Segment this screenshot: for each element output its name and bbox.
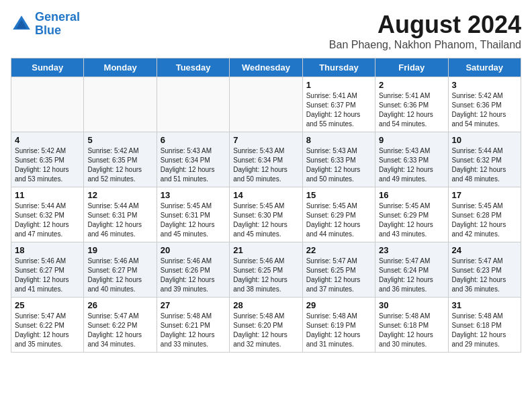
day-info: Sunrise: 5:42 AM Sunset: 6:36 PM Dayligh… (452, 91, 517, 129)
title-area: August 2024 Ban Phaeng, Nakhon Phanom, T… (329, 11, 521, 51)
day-number: 6 (161, 135, 226, 145)
calendar-cell (230, 77, 302, 132)
logo: General Blue (11, 11, 80, 38)
logo-icon (11, 13, 32, 35)
day-info: Sunrise: 5:41 AM Sunset: 6:37 PM Dayligh… (306, 91, 371, 129)
weekday-header-thursday: Thursday (302, 58, 375, 77)
weekday-header-monday: Monday (84, 58, 157, 77)
day-info: Sunrise: 5:47 AM Sunset: 6:25 PM Dayligh… (306, 257, 371, 294)
day-number: 24 (452, 245, 517, 255)
calendar-cell (11, 77, 84, 132)
calendar-cell: 8Sunrise: 5:43 AM Sunset: 6:33 PM Daylig… (302, 132, 375, 187)
day-number: 31 (452, 300, 517, 310)
day-number: 23 (379, 245, 444, 255)
day-number: 20 (161, 245, 226, 255)
weekday-header-sunday: Sunday (11, 58, 84, 77)
weekday-header-wednesday: Wednesday (230, 58, 302, 77)
calendar-cell: 19Sunrise: 5:46 AM Sunset: 6:27 PM Dayli… (84, 242, 157, 298)
day-number: 12 (87, 190, 152, 200)
weekday-header-row: SundayMondayTuesdayWednesdayThursdayFrid… (11, 58, 521, 77)
day-number: 7 (233, 135, 298, 145)
calendar-cell: 6Sunrise: 5:43 AM Sunset: 6:34 PM Daylig… (157, 132, 229, 187)
day-number: 1 (306, 80, 371, 90)
day-number: 21 (233, 245, 298, 255)
day-info: Sunrise: 5:43 AM Sunset: 6:34 PM Dayligh… (161, 146, 226, 184)
day-info: Sunrise: 5:45 AM Sunset: 6:31 PM Dayligh… (161, 201, 226, 239)
day-info: Sunrise: 5:47 AM Sunset: 6:24 PM Dayligh… (379, 257, 444, 294)
day-number: 8 (306, 135, 371, 145)
week-row-4: 18Sunrise: 5:46 AM Sunset: 6:27 PM Dayli… (11, 242, 521, 298)
weekday-header-tuesday: Tuesday (157, 58, 229, 77)
day-number: 17 (452, 190, 517, 200)
calendar-cell: 31Sunrise: 5:48 AM Sunset: 6:18 PM Dayli… (448, 298, 521, 353)
week-row-1: 1Sunrise: 5:41 AM Sunset: 6:37 PM Daylig… (11, 77, 521, 132)
day-info: Sunrise: 5:46 AM Sunset: 6:25 PM Dayligh… (233, 257, 298, 294)
calendar-cell: 10Sunrise: 5:44 AM Sunset: 6:32 PM Dayli… (448, 132, 521, 187)
calendar-cell: 16Sunrise: 5:45 AM Sunset: 6:29 PM Dayli… (375, 187, 448, 242)
day-info: Sunrise: 5:44 AM Sunset: 6:32 PM Dayligh… (15, 201, 80, 239)
calendar-cell: 4Sunrise: 5:42 AM Sunset: 6:35 PM Daylig… (11, 132, 84, 187)
logo-line2: Blue (35, 24, 61, 37)
calendar-cell: 13Sunrise: 5:45 AM Sunset: 6:31 PM Dayli… (157, 187, 229, 242)
calendar-cell: 18Sunrise: 5:46 AM Sunset: 6:27 PM Dayli… (11, 242, 84, 298)
calendar-cell: 12Sunrise: 5:44 AM Sunset: 6:31 PM Dayli… (84, 187, 157, 242)
calendar-cell: 5Sunrise: 5:42 AM Sunset: 6:35 PM Daylig… (84, 132, 157, 187)
day-number: 13 (161, 190, 226, 200)
logo-line1: General (35, 10, 80, 24)
calendar-cell: 1Sunrise: 5:41 AM Sunset: 6:37 PM Daylig… (302, 77, 375, 132)
main-title: August 2024 (329, 11, 521, 39)
logo-text: General Blue (35, 11, 80, 38)
day-info: Sunrise: 5:43 AM Sunset: 6:33 PM Dayligh… (306, 146, 371, 184)
day-info: Sunrise: 5:46 AM Sunset: 6:27 PM Dayligh… (15, 257, 80, 294)
calendar-cell (157, 77, 229, 132)
day-info: Sunrise: 5:44 AM Sunset: 6:31 PM Dayligh… (87, 201, 152, 239)
subtitle: Ban Phaeng, Nakhon Phanom, Thailand (329, 39, 521, 51)
day-number: 16 (379, 190, 444, 200)
day-info: Sunrise: 5:42 AM Sunset: 6:35 PM Dayligh… (15, 146, 80, 184)
day-info: Sunrise: 5:47 AM Sunset: 6:23 PM Dayligh… (452, 257, 517, 294)
calendar-cell: 7Sunrise: 5:43 AM Sunset: 6:34 PM Daylig… (230, 132, 302, 187)
calendar-cell: 23Sunrise: 5:47 AM Sunset: 6:24 PM Dayli… (375, 242, 448, 298)
week-row-3: 11Sunrise: 5:44 AM Sunset: 6:32 PM Dayli… (11, 187, 521, 242)
day-number: 14 (233, 190, 298, 200)
day-number: 19 (87, 245, 152, 255)
day-number: 9 (379, 135, 444, 145)
calendar-cell: 14Sunrise: 5:45 AM Sunset: 6:30 PM Dayli… (230, 187, 302, 242)
day-number: 28 (233, 300, 298, 310)
day-info: Sunrise: 5:48 AM Sunset: 6:18 PM Dayligh… (379, 312, 444, 349)
calendar-cell: 9Sunrise: 5:43 AM Sunset: 6:33 PM Daylig… (375, 132, 448, 187)
day-info: Sunrise: 5:48 AM Sunset: 6:21 PM Dayligh… (161, 312, 226, 349)
day-number: 22 (306, 245, 371, 255)
calendar-cell: 26Sunrise: 5:47 AM Sunset: 6:22 PM Dayli… (84, 298, 157, 353)
header: General Blue August 2024 Ban Phaeng, Nak… (11, 11, 521, 51)
day-info: Sunrise: 5:43 AM Sunset: 6:33 PM Dayligh… (379, 146, 444, 184)
day-info: Sunrise: 5:45 AM Sunset: 6:29 PM Dayligh… (306, 201, 371, 239)
calendar-cell: 20Sunrise: 5:46 AM Sunset: 6:26 PM Dayli… (157, 242, 229, 298)
day-number: 2 (379, 80, 444, 90)
calendar-cell: 3Sunrise: 5:42 AM Sunset: 6:36 PM Daylig… (448, 77, 521, 132)
calendar-cell: 29Sunrise: 5:48 AM Sunset: 6:19 PM Dayli… (302, 298, 375, 353)
day-info: Sunrise: 5:48 AM Sunset: 6:19 PM Dayligh… (306, 312, 371, 349)
day-number: 30 (379, 300, 444, 310)
day-info: Sunrise: 5:48 AM Sunset: 6:18 PM Dayligh… (452, 312, 517, 349)
calendar-cell (84, 77, 157, 132)
calendar-cell: 17Sunrise: 5:45 AM Sunset: 6:28 PM Dayli… (448, 187, 521, 242)
day-number: 25 (15, 300, 80, 310)
calendar-cell: 11Sunrise: 5:44 AM Sunset: 6:32 PM Dayli… (11, 187, 84, 242)
calendar-cell: 30Sunrise: 5:48 AM Sunset: 6:18 PM Dayli… (375, 298, 448, 353)
day-number: 15 (306, 190, 371, 200)
day-info: Sunrise: 5:47 AM Sunset: 6:22 PM Dayligh… (87, 312, 152, 349)
day-info: Sunrise: 5:44 AM Sunset: 6:32 PM Dayligh… (452, 146, 517, 184)
calendar-cell: 27Sunrise: 5:48 AM Sunset: 6:21 PM Dayli… (157, 298, 229, 353)
day-info: Sunrise: 5:46 AM Sunset: 6:27 PM Dayligh… (87, 257, 152, 294)
day-info: Sunrise: 5:45 AM Sunset: 6:28 PM Dayligh… (452, 201, 517, 239)
day-number: 27 (161, 300, 226, 310)
day-info: Sunrise: 5:47 AM Sunset: 6:22 PM Dayligh… (15, 312, 80, 349)
day-info: Sunrise: 5:46 AM Sunset: 6:26 PM Dayligh… (161, 257, 226, 294)
day-number: 11 (15, 190, 80, 200)
calendar-table: SundayMondayTuesdayWednesdayThursdayFrid… (11, 58, 521, 353)
day-info: Sunrise: 5:45 AM Sunset: 6:30 PM Dayligh… (233, 201, 298, 239)
day-info: Sunrise: 5:42 AM Sunset: 6:35 PM Dayligh… (87, 146, 152, 184)
calendar-cell: 25Sunrise: 5:47 AM Sunset: 6:22 PM Dayli… (11, 298, 84, 353)
day-info: Sunrise: 5:41 AM Sunset: 6:36 PM Dayligh… (379, 91, 444, 129)
